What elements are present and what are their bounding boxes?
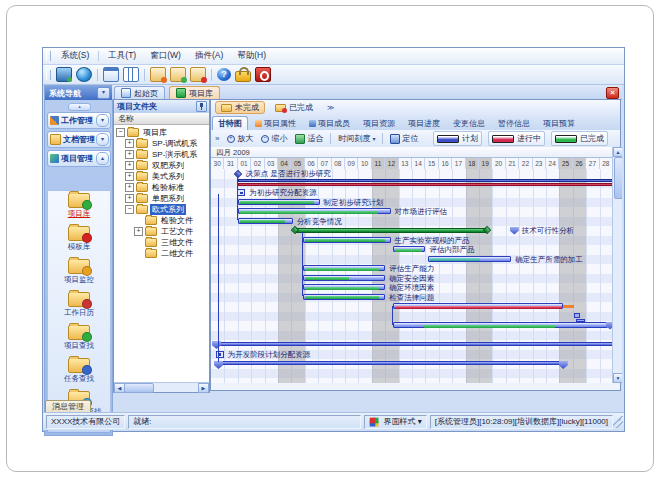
scroll-thumb[interactable]: [614, 157, 623, 199]
tree-column-header[interactable]: 名称: [114, 113, 209, 125]
sidebar-item-1[interactable]: 项目库: [48, 191, 110, 224]
expand-icon[interactable]: +: [125, 172, 134, 181]
gantt-tab-项目进度[interactable]: 项目进度: [402, 116, 446, 130]
collapse-icon[interactable]: −: [125, 205, 134, 214]
tree-node-SP-演示机系[interactable]: +SP-演示机系: [125, 149, 199, 160]
ui-style-selector[interactable]: 界面样式 ▾: [364, 415, 427, 429]
task-bar[interactable]: [303, 294, 385, 300]
expand-icon[interactable]: +: [125, 139, 134, 148]
close-tab-button[interactable]: ×: [606, 87, 619, 99]
gantt-tab-项目成员[interactable]: 项目成员: [303, 116, 356, 130]
chevron-up-icon[interactable]: ▴: [96, 152, 109, 165]
filter-未完成[interactable]: 未完成: [215, 101, 265, 114]
toolbar-overflow-icon[interactable]: »: [215, 134, 219, 143]
task-bar[interactable]: [393, 246, 425, 252]
sidebar-panel-2[interactable]: 文档管理▾: [47, 131, 111, 148]
scroll-thumb[interactable]: [124, 383, 154, 393]
menu-item-4[interactable]: 插件(A): [188, 49, 230, 63]
sidebar-menu-button[interactable]: ▾: [97, 87, 110, 99]
sidebar-item-3[interactable]: 项目监控: [48, 257, 110, 290]
sidebar-item-6[interactable]: 任务查找: [48, 356, 110, 389]
computer-icon[interactable]: [56, 67, 72, 82]
task-bar[interactable]: [393, 322, 607, 328]
tree-node-检验文件[interactable]: 检验文件: [134, 215, 195, 226]
tab-项目库[interactable]: 项目库: [169, 86, 220, 99]
mail-green-icon[interactable]: [170, 67, 186, 82]
mail-orange-icon[interactable]: [150, 67, 166, 82]
resize-grip[interactable]: [613, 416, 623, 428]
menu-item-2[interactable]: 工具(T): [101, 49, 143, 63]
mail-red-icon[interactable]: [190, 67, 206, 82]
task-bar[interactable]: [238, 199, 320, 205]
gantt-tool-适合[interactable]: 适合: [291, 133, 327, 145]
scroll-down-arrow[interactable]: ▼: [613, 373, 622, 383]
task-bar[interactable]: [303, 284, 385, 290]
task-bar[interactable]: [238, 208, 391, 214]
summary-bar[interactable]: [215, 342, 613, 346]
tree-node-三维文件[interactable]: 三维文件: [134, 237, 195, 248]
sidebar-panel-1[interactable]: 工作管理▾: [47, 112, 111, 129]
window-split-icon[interactable]: [123, 67, 139, 82]
menu-item-5[interactable]: 帮助(H): [230, 49, 273, 63]
globe-icon[interactable]: [76, 67, 92, 82]
tree-node-工艺文件[interactable]: +工艺文件: [134, 226, 195, 237]
gantt-tab-暂停信息[interactable]: 暂停信息: [492, 116, 536, 130]
tree-horizontal-scrollbar[interactable]: ◀ ▶: [114, 382, 209, 392]
gantt-tab-项目资源[interactable]: 项目资源: [357, 116, 401, 130]
sidebar-item-2[interactable]: 模板库: [48, 224, 110, 257]
gantt-tab-甘特图[interactable]: 甘特图: [212, 116, 248, 130]
window-icon[interactable]: [103, 67, 119, 82]
expand-icon[interactable]: +: [125, 161, 134, 170]
tree-node-项目库[interactable]: −项目库: [116, 127, 169, 138]
inprogress-bar[interactable]: [393, 303, 563, 309]
lock-icon[interactable]: [235, 71, 251, 82]
summary-bar[interactable]: [217, 361, 565, 365]
tree-node-双肥系列[interactable]: +双肥系列: [125, 160, 186, 171]
summary-actual-bar[interactable]: [238, 183, 613, 186]
scroll-up-arrow[interactable]: ▲: [613, 147, 622, 157]
gantt-tab-项目属性[interactable]: 项目属性: [249, 116, 302, 130]
task-bar[interactable]: [303, 275, 385, 281]
tree-node-单肥系列[interactable]: +单肥系列: [125, 193, 186, 204]
expand-icon[interactable]: +: [125, 194, 134, 203]
expand-icon[interactable]: +: [125, 183, 134, 192]
expand-icon[interactable]: +: [134, 227, 143, 236]
mini-milestone[interactable]: [574, 313, 580, 318]
task-bar[interactable]: [428, 256, 511, 262]
sidebar-panel-3[interactable]: 项目管理▴: [47, 150, 111, 167]
task-bar[interactable]: [303, 265, 385, 271]
gantt-tool-时间刻度[interactable]: 时间刻度▾: [334, 133, 379, 145]
tree-node-二维文件[interactable]: 二维文件: [134, 248, 195, 259]
expand-icon[interactable]: +: [125, 150, 134, 159]
task-icon[interactable]: [237, 189, 245, 196]
tree-node-SP-调试机系[interactable]: +SP-调试机系: [125, 138, 199, 149]
task-bar[interactable]: [238, 218, 293, 224]
sidebar-collapse-button[interactable]: ▴: [68, 103, 91, 111]
help-icon[interactable]: [217, 68, 231, 81]
menu-item-3[interactable]: 窗口(W): [143, 49, 188, 63]
collapse-icon[interactable]: −: [116, 128, 125, 137]
sidebar-item-4[interactable]: 工作日历: [48, 290, 110, 323]
filter-已完成[interactable]: 已完成: [269, 101, 319, 114]
menu-item-1[interactable]: 系统(S): [54, 49, 96, 63]
tree-node-美式系列[interactable]: +美式系列: [125, 171, 186, 182]
phase-summary-bar[interactable]: [295, 228, 487, 233]
gantt-tool-定位[interactable]: 定位: [386, 133, 422, 145]
scroll-right-arrow[interactable]: ▶: [198, 383, 209, 393]
summary-plan-bar[interactable]: [238, 179, 613, 182]
sidebar-item-5[interactable]: 项目查找: [48, 323, 110, 356]
chevron-down-icon[interactable]: ▾: [96, 114, 109, 127]
gantt-tool-缩小[interactable]: 缩小: [257, 133, 291, 145]
task-icon[interactable]: [216, 351, 224, 358]
tree-node-检验标准[interactable]: +检验标准: [125, 182, 186, 193]
gantt-tool-放大[interactable]: 放大: [223, 133, 257, 145]
gantt-tab-变更信息[interactable]: 变更信息: [447, 116, 491, 130]
pin-icon[interactable]: [196, 101, 207, 112]
tree-node-欧式系列[interactable]: −欧式系列: [125, 204, 186, 215]
task-bar[interactable]: [303, 237, 390, 243]
overflow-chevron-icon[interactable]: ≫: [327, 104, 334, 112]
tab-起始页[interactable]: 起始页: [114, 86, 165, 99]
gantt-tab-项目预算[interactable]: 项目预算: [537, 116, 581, 130]
exit-icon[interactable]: [255, 67, 271, 82]
chevron-down-icon[interactable]: ▾: [96, 133, 109, 146]
